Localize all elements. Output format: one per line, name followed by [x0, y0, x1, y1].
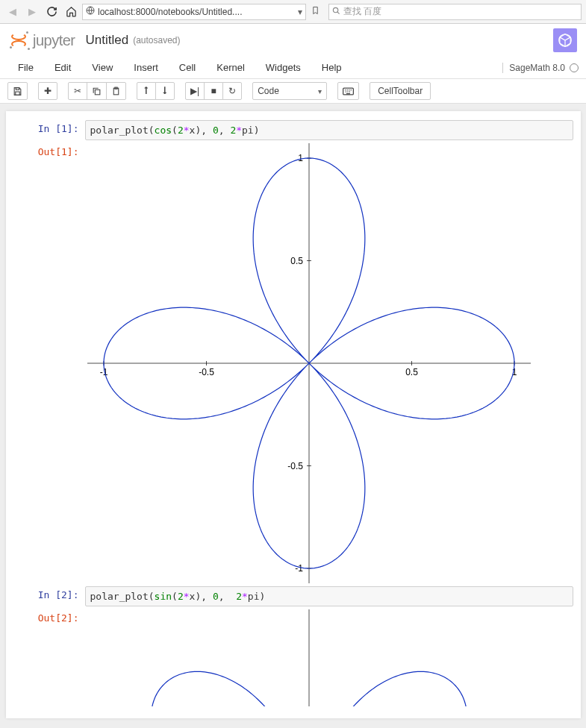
stop-icon: ■	[211, 86, 216, 96]
menu-view[interactable]: View	[81, 59, 123, 76]
menu-help[interactable]: Help	[311, 59, 352, 76]
arrow-up-icon: 🠕	[142, 86, 151, 96]
svg-point-1	[333, 7, 337, 12]
arrow-down-icon: 🠗	[160, 86, 169, 96]
sagemath-icon[interactable]	[553, 28, 577, 52]
notebook-header: jupyter Untitled (autosaved)	[0, 24, 586, 57]
notebook-title[interactable]: Untitled	[86, 33, 129, 48]
output-cell: Out[1]: -1-0.50.51-1-0.50.51	[13, 143, 573, 583]
search-icon	[332, 7, 340, 17]
svg-text:-1: -1	[295, 563, 303, 574]
menu-bar: File Edit View Insert Cell Kernel Widget…	[0, 57, 586, 79]
rose-curve-cos2x: -1-0.50.51-1-0.50.51	[85, 143, 563, 583]
menu-cell[interactable]: Cell	[169, 59, 206, 76]
plot-output: 0.5	[85, 609, 573, 706]
code-input[interactable]: polar_plot(cos(2*x), 0, 2*pi)	[85, 120, 573, 140]
home-button[interactable]	[63, 4, 79, 20]
kernel-indicator: SageMath 8.0	[502, 63, 579, 73]
stop-button[interactable]: ■	[204, 82, 223, 100]
save-button[interactable]	[7, 82, 28, 100]
toolbar: ✚ ✂ 🠕 🠗 ▶| ■ ↻ Code CellToolbar	[0, 79, 586, 104]
cut-icon: ✂	[74, 86, 81, 96]
output-prompt: Out[2]:	[13, 609, 85, 706]
bookmark-icon[interactable]	[309, 5, 321, 18]
svg-text:1: 1	[298, 153, 303, 163]
code-input[interactable]: polar_plot(sin(2*x), 0, 2*pi)	[85, 586, 573, 606]
move-up-button[interactable]: 🠕	[137, 82, 156, 100]
move-down-button[interactable]: 🠗	[155, 82, 175, 100]
browser-toolbar: ◀ ▶ localhost:8000/notebooks/Untitled...…	[0, 0, 586, 24]
back-button[interactable]: ◀	[4, 4, 21, 20]
svg-rect-3	[16, 87, 19, 90]
run-button[interactable]: ▶|	[185, 82, 205, 100]
svg-text:-0.5: -0.5	[287, 461, 303, 471]
input-prompt: In [2]:	[13, 586, 85, 606]
menu-edit[interactable]: Edit	[44, 59, 81, 76]
output-cell: Out[2]: 0.5	[13, 609, 573, 706]
menu-file[interactable]: File	[7, 59, 44, 76]
input-prompt: In [1]:	[13, 120, 85, 140]
svg-text:0.5: 0.5	[405, 367, 418, 377]
plot-output: -1-0.50.51-1-0.50.51	[85, 143, 573, 583]
url-dropdown-icon[interactable]: ▾	[298, 7, 302, 17]
copy-button[interactable]	[87, 82, 107, 100]
globe-icon	[86, 6, 95, 17]
search-placeholder: 查找 百度	[343, 5, 381, 18]
plus-icon: ✚	[44, 86, 52, 96]
jupyter-logo-text: jupyter	[33, 32, 75, 49]
add-cell-button[interactable]: ✚	[38, 82, 57, 100]
browser-search[interactable]: 查找 百度	[328, 4, 582, 20]
run-icon: ▶|	[190, 86, 199, 96]
rose-curve-sin2x: 0.5	[85, 609, 563, 706]
forward-button[interactable]: ▶	[24, 4, 40, 20]
svg-rect-5	[95, 90, 99, 95]
jupyter-logo-icon	[9, 31, 28, 50]
reload-button[interactable]	[43, 4, 60, 20]
kernel-status-icon	[570, 63, 579, 72]
cell-type-select[interactable]: Code	[252, 82, 327, 100]
menu-widgets[interactable]: Widgets	[255, 59, 311, 76]
kernel-name: SageMath 8.0	[509, 63, 565, 73]
svg-text:0.5: 0.5	[290, 256, 303, 266]
notebook-page: In [1]: polar_plot(cos(2*x), 0, 2*pi) Ou…	[6, 111, 581, 718]
paste-button[interactable]	[106, 82, 126, 100]
svg-rect-4	[16, 92, 19, 95]
url-text: localhost:8000/notebooks/Untitled....	[98, 7, 242, 17]
cut-button[interactable]: ✂	[68, 82, 87, 100]
svg-text:-0.5: -0.5	[199, 367, 214, 377]
jupyter-logo[interactable]: jupyter	[9, 31, 75, 50]
code-cell[interactable]: In [1]: polar_plot(cos(2*x), 0, 2*pi)	[13, 120, 573, 140]
output-prompt: Out[1]:	[13, 143, 85, 583]
restart-icon: ↻	[228, 86, 236, 96]
menu-kernel[interactable]: Kernel	[206, 59, 255, 76]
restart-button[interactable]: ↻	[222, 82, 242, 100]
autosave-status: (autosaved)	[133, 35, 180, 46]
menu-insert[interactable]: Insert	[123, 59, 169, 76]
command-palette-button[interactable]	[337, 82, 359, 100]
code-cell[interactable]: In [2]: polar_plot(sin(2*x), 0, 2*pi)	[13, 586, 573, 606]
url-bar[interactable]: localhost:8000/notebooks/Untitled.... ▾	[82, 4, 306, 20]
cell-toolbar-button[interactable]: CellToolbar	[370, 82, 431, 100]
notebook-container: In [1]: polar_plot(cos(2*x), 0, 2*pi) Ou…	[0, 104, 586, 728]
